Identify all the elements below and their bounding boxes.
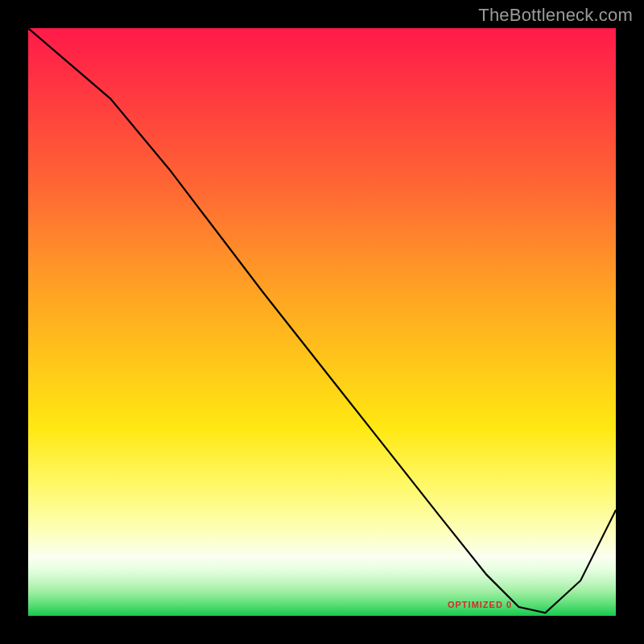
attribution-text: TheBottleneck.com (478, 5, 633, 26)
chart-container: TheBottleneck.com OPTIMIZED 0 (0, 0, 644, 644)
line-series (28, 28, 616, 616)
bottom-label: OPTIMIZED 0 (28, 600, 616, 609)
bottom-label-text: OPTIMIZED 0 (448, 600, 512, 609)
plot-area (28, 28, 616, 616)
